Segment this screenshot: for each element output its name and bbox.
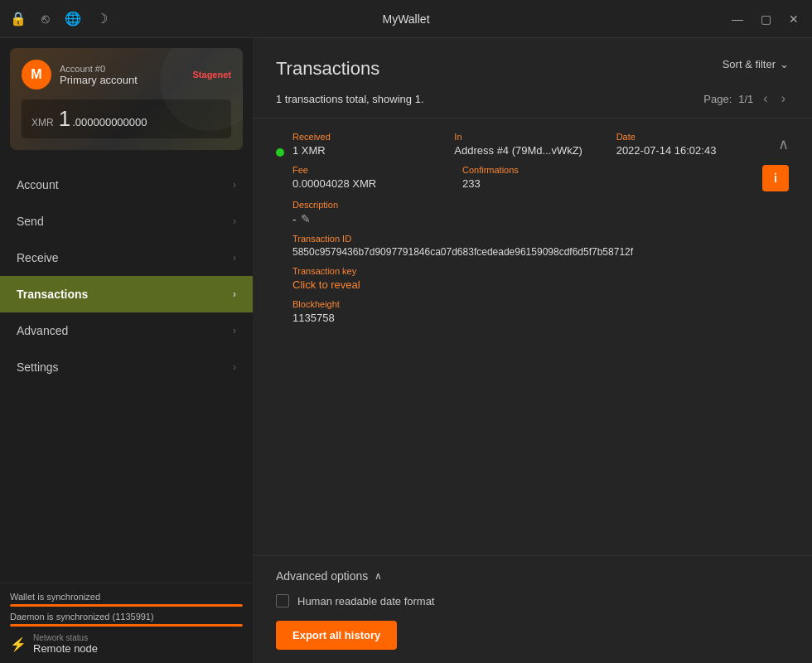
tx-info-badge-cell: i <box>632 165 789 191</box>
balance-integer: 1 <box>59 106 70 132</box>
page-next-button[interactable]: › <box>778 90 789 108</box>
nav-items: Account › Send › Receive › Transactions … <box>0 160 253 583</box>
wallet-sync-bar <box>10 604 243 607</box>
main-content: Transactions Sort & filter ⌄ 1 transacti… <box>253 38 812 663</box>
tx-fee-field: Fee 0.00004028 XMR <box>292 165 449 191</box>
monero-logo: M <box>22 60 51 90</box>
sidebar-item-transactions-label: Transactions <box>17 288 88 301</box>
page-label: Page: <box>703 93 732 105</box>
sidebar-item-send-label: Send <box>17 215 44 228</box>
collapse-button[interactable]: ∧ <box>778 135 789 157</box>
pagination-controls: Page: 1/1 ‹ › <box>703 90 789 108</box>
tx-key-value[interactable]: Click to reveal <box>292 278 789 291</box>
page-prev-button[interactable]: ‹ <box>760 90 771 108</box>
tx-amount: 1 XMR <box>292 144 447 157</box>
tx-status-dot <box>276 148 284 157</box>
globe-icon[interactable]: 🌐 <box>65 11 81 27</box>
maximize-button[interactable]: ▢ <box>757 11 774 27</box>
network-status-value: Remote node <box>33 642 98 655</box>
sort-filter-button[interactable]: Sort & filter ⌄ <box>723 58 789 70</box>
network-status: ⚡ Network status Remote node <box>10 633 243 655</box>
monero-logo-letter: M <box>31 67 41 82</box>
date-format-label: Human readable date format <box>297 595 434 607</box>
tx-confirmations-label: Confirmations <box>462 165 619 175</box>
page-value: 1/1 <box>738 93 753 105</box>
lock-icon[interactable]: 🔒 <box>10 11 27 27</box>
edit-description-icon[interactable]: ✎ <box>301 212 311 225</box>
tx-date-field: Date 2022-07-14 16:02:43 <box>616 132 771 157</box>
tx-type-field: Received 1 XMR <box>292 132 447 157</box>
minimize-button[interactable]: — <box>729 11 746 27</box>
tx-fee-label: Fee <box>292 165 449 175</box>
chevron-right-icon: › <box>233 179 236 191</box>
page-title: Transactions <box>276 58 379 80</box>
sidebar-item-account-label: Account <box>17 178 59 191</box>
chevron-up-icon: ∧ <box>375 570 382 582</box>
daemon-sync-bar <box>10 624 243 627</box>
tx-address: Address #4 (79Md...vWkZ) <box>454 144 609 157</box>
main-layout: M Account #0 Primary account Stagenet XM… <box>0 38 812 663</box>
sidebar-item-send[interactable]: Send › <box>0 203 253 240</box>
sidebar-item-advanced-label: Advanced <box>17 324 68 337</box>
tx-blockheight-label: Blockheight <box>292 299 789 309</box>
sidebar-item-advanced[interactable]: Advanced › <box>0 312 253 349</box>
moon-icon[interactable]: ☽ <box>96 11 108 27</box>
tx-description-label: Description <box>292 200 789 210</box>
export-history-button[interactable]: Export all history <box>276 621 397 650</box>
app-title: MyWallet <box>382 12 429 26</box>
close-button[interactable]: ✕ <box>785 11 802 27</box>
account-name: Primary account <box>60 74 185 86</box>
titlebar-left: 🔒 ⎋ 🌐 ☽ <box>10 11 108 27</box>
transactions-header: Transactions Sort & filter ⌄ <box>253 38 812 90</box>
tx-count-showing: 1 <box>415 93 421 105</box>
sidebar-item-account[interactable]: Account › <box>0 167 253 203</box>
advanced-options-label: Advanced options <box>276 569 368 583</box>
tx-confirmations-value: 233 <box>462 177 619 190</box>
sidebar-item-transactions[interactable]: Transactions › <box>0 276 253 312</box>
advanced-options-toggle[interactable]: Advanced options ∧ <box>276 569 789 583</box>
wallet-sync-item: Wallet is synchronized <box>10 592 243 607</box>
exit-icon[interactable]: ⎋ <box>41 12 50 27</box>
info-badge[interactable]: i <box>762 165 789 191</box>
tx-description-value: - <box>292 213 296 225</box>
titlebar-right: — ▢ ✕ <box>729 11 802 27</box>
tx-id-label: Transaction ID <box>292 234 789 244</box>
chevron-right-icon: › <box>233 325 236 336</box>
tx-date-label: Date <box>616 132 771 142</box>
chevron-right-icon: › <box>233 361 236 373</box>
account-card: M Account #0 Primary account Stagenet XM… <box>10 48 243 150</box>
sidebar-item-settings-label: Settings <box>17 361 59 374</box>
sidebar-footer: Wallet is synchronized Daemon is synchro… <box>0 583 253 663</box>
sidebar-item-receive[interactable]: Receive › <box>0 240 253 276</box>
sidebar-item-settings[interactable]: Settings › <box>0 349 253 385</box>
network-text: Network status Remote node <box>33 633 98 655</box>
chevron-down-icon: ⌄ <box>780 58 789 70</box>
daemon-sync-item: Daemon is synchronized (1135991) <box>10 612 243 627</box>
chevron-right-icon: › <box>233 215 236 227</box>
balance-label: XMR <box>31 117 54 128</box>
account-top: M Account #0 Primary account Stagenet <box>22 60 231 90</box>
sort-filter-label: Sort & filter <box>723 58 776 70</box>
tx-fee-value: 0.00004028 XMR <box>292 177 449 190</box>
network-status-label: Network status <box>33 633 98 642</box>
account-info: Account #0 Primary account <box>60 64 185 86</box>
tx-blockheight-value: 1135758 <box>292 312 789 324</box>
tx-item-header: Received 1 XMR In Address #4 (79Md...vWk… <box>292 132 789 157</box>
tx-count-prefix: 1 transactions total, showing <box>276 93 415 105</box>
balance-row: XMR 1 .000000000000 <box>22 99 231 138</box>
daemon-sync-fill <box>10 624 243 627</box>
tx-key-label: Transaction key <box>292 266 789 276</box>
wallet-sync-label: Wallet is synchronized <box>10 592 243 602</box>
chevron-right-icon: › <box>233 288 236 300</box>
tx-in-field: In Address #4 (79Md...vWkZ) <box>454 132 609 157</box>
date-format-row: Human readable date format <box>276 594 789 607</box>
stagenet-badge: Stagenet <box>193 70 231 80</box>
tx-count-suffix: . <box>421 93 424 105</box>
daemon-sync-label: Daemon is synchronized (1135991) <box>10 612 243 622</box>
balance-decimal: .000000000000 <box>72 116 147 128</box>
tx-id-field: Transaction ID 5850c9579436b7d9097791846… <box>292 234 789 258</box>
tx-blockheight-field: Blockheight 1135758 <box>292 299 789 324</box>
date-format-checkbox[interactable] <box>276 594 289 607</box>
sidebar-item-receive-label: Receive <box>17 251 59 264</box>
description-row: - ✎ <box>292 212 789 225</box>
